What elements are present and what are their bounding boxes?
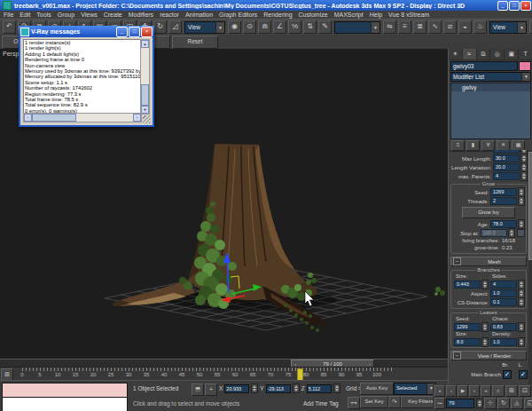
dialog-minimize-button[interactable]: _	[116, 27, 128, 37]
undo-icon[interactable]: ↶	[3, 20, 16, 34]
reference-coordinate-dropdown[interactable]: View ▼	[184, 21, 225, 34]
menu-graph-editors[interactable]: Graph Editors	[219, 12, 257, 18]
collapse-icon[interactable]: −	[453, 352, 461, 360]
collapse-icon[interactable]: −	[453, 257, 461, 265]
tab-display-icon[interactable]: ▣	[505, 49, 519, 59]
current-frame-field[interactable]: 79	[446, 399, 474, 408]
select-scale-icon[interactable]: ◿	[168, 20, 182, 34]
seed-field[interactable]: 1269	[490, 188, 517, 196]
max-length-field[interactable]: 30.0	[493, 154, 520, 162]
vertical-scrollbar[interactable]: ▲ ▼	[140, 39, 150, 115]
mesh-rollout-header[interactable]: − Mesh	[450, 257, 527, 266]
aspect-field[interactable]: 1.0	[490, 289, 517, 297]
zoom-extents-icon[interactable]: ⊡	[519, 385, 531, 397]
render-setup-icon[interactable]: ♨	[473, 20, 487, 34]
selection-lock-icon[interactable]: ⬒	[192, 383, 204, 396]
stop-at-field[interactable]: 100.0	[481, 229, 507, 237]
tab-hierarchy-icon[interactable]: ⧉	[477, 49, 491, 59]
maximize-button[interactable]: □	[509, 1, 520, 11]
view-render-rollout-header[interactable]: − View / Render	[450, 351, 527, 360]
menu-maxscript[interactable]: MAXScript	[334, 12, 364, 18]
next-frame-button[interactable]: ›	[469, 385, 480, 397]
modifier-list-dropdown[interactable]: Modifier List ▼	[450, 72, 531, 82]
absolute-offset-toggle-icon[interactable]: +	[205, 383, 217, 396]
select-rotate-icon[interactable]: ↻	[153, 20, 167, 34]
main-branch-l-checkbox[interactable]: ✓	[519, 370, 528, 379]
stack-item-gwivy[interactable]: gwIvy	[451, 83, 530, 91]
dialog-title-bar[interactable]: V-Ray messages _ □ ×	[19, 26, 154, 37]
maxscript-listener-white[interactable]	[2, 397, 128, 411]
align-icon[interactable]: ≡	[398, 20, 411, 34]
threads-field[interactable]: 2	[490, 197, 517, 205]
age-field[interactable]: 78.0	[490, 220, 517, 228]
track-bar[interactable]: ⊞ 0 5 10 15 20 25 30 35 40 45 50 55 60 6…	[0, 367, 448, 381]
stop-at-checkbox[interactable]	[517, 229, 525, 237]
edit-named-selections-icon[interactable]: ✎	[318, 20, 332, 34]
scroll-left-icon[interactable]: ‹	[24, 114, 32, 122]
tab-create-icon[interactable]: ✶	[449, 49, 463, 59]
minimize-button[interactable]: _	[497, 1, 508, 11]
menu-file[interactable]: File	[4, 12, 13, 18]
leaf-seed-field[interactable]: 1299	[454, 323, 481, 331]
scroll-up-icon[interactable]: ▲	[141, 40, 149, 48]
key-mode-dropdown[interactable]: Selected ▼	[394, 383, 436, 395]
horizontal-scrollbar[interactable]: ‹ ›	[23, 113, 142, 123]
field-of-view-icon[interactable]: ◬	[511, 398, 523, 409]
threads-spinner[interactable]	[518, 196, 525, 206]
tab-utilities-icon[interactable]: T	[519, 49, 532, 59]
material-editor-icon[interactable]: ◒	[458, 20, 472, 34]
key-mode-toggle-button[interactable]: ⊶	[434, 398, 445, 409]
menu-create[interactable]: Create	[104, 12, 122, 18]
maxscript-listener-pink[interactable]	[2, 383, 128, 398]
go-to-start-button[interactable]: «	[434, 385, 445, 397]
set-key-button[interactable]: Set Key	[360, 396, 388, 408]
leaf-size-field[interactable]: 8.0	[454, 338, 481, 346]
menu-edit[interactable]: Edit	[20, 12, 30, 18]
scroll-thumb[interactable]	[32, 114, 76, 122]
menu-group[interactable]: Group	[58, 12, 74, 18]
object-color-swatch[interactable]	[519, 61, 531, 71]
pan-icon[interactable]: ⊹	[484, 398, 497, 409]
length-variation-field[interactable]: 20.0	[493, 163, 520, 171]
menu-help[interactable]: Help	[370, 12, 382, 18]
frame-spinner[interactable]	[476, 399, 483, 408]
keyable-icons-icon[interactable]: ↷	[388, 396, 401, 408]
mirror-icon[interactable]: ⇋	[383, 20, 396, 34]
vray-messages-dialog[interactable]: V-Ray messages _ □ × 1 render instance(s…	[19, 26, 154, 127]
menu-tools[interactable]: Tools	[36, 12, 51, 18]
auto-key-button[interactable]: Auto Key	[360, 383, 394, 395]
tab-motion-icon[interactable]: ◎	[490, 49, 505, 59]
scroll-down-icon[interactable]: ▼	[141, 106, 149, 114]
menu-customize[interactable]: Customize	[299, 12, 328, 18]
zoom-all-icon[interactable]: ⊞	[505, 385, 518, 397]
chaos-field[interactable]: 0.83	[490, 323, 517, 331]
age-spinner[interactable]	[518, 219, 525, 229]
max-parents-spinner[interactable]	[520, 171, 528, 181]
tab-modify-icon[interactable]: ≈	[463, 49, 477, 59]
title-bar[interactable]: treebark_v001.max - Project Folder: C:\D…	[0, 0, 532, 11]
command-panel-scrollbar[interactable]	[528, 150, 532, 384]
menu-views[interactable]: Views	[81, 12, 98, 18]
branch-sides-field[interactable]: 4	[490, 281, 517, 288]
grow-ivy-button[interactable]: Grow Ivy	[462, 207, 515, 218]
go-to-end-button[interactable]: »	[481, 385, 491, 397]
vray-message-list[interactable]: 1 render instance(s) 1 render light(s) A…	[23, 39, 142, 115]
menu-modifiers[interactable]: Modifiers	[129, 12, 153, 18]
modifier-stack[interactable]: gwIvy	[450, 83, 531, 139]
angle-snap-icon[interactable]: ∠	[273, 20, 286, 34]
spinner-snap-icon[interactable]: ⇅	[303, 20, 317, 34]
cs-distance-field[interactable]: 0.1	[490, 298, 517, 306]
snap-toggle-icon[interactable]: ⋒	[258, 20, 271, 34]
render-type-dropdown[interactable]: View ▼	[489, 21, 527, 34]
min-max-toggle-icon[interactable]: ◱	[524, 398, 532, 409]
scroll-right-icon[interactable]: ›	[133, 114, 141, 122]
menu-vue-xstream[interactable]: Vue 8 xStream	[388, 12, 429, 18]
curve-editor-icon[interactable]: ∿	[428, 20, 442, 34]
mini-curve-editor-button[interactable]: ⊞	[1, 368, 13, 381]
schematic-view-icon[interactable]: ⧄	[443, 20, 457, 34]
stop-at-spinner[interactable]	[508, 228, 515, 238]
layer-manager-icon[interactable]: ≣	[413, 20, 426, 34]
resize-grip[interactable]	[143, 115, 151, 123]
menu-reactor[interactable]: reactor	[160, 12, 179, 18]
y-coordinate-field[interactable]: -29.113	[266, 384, 291, 393]
